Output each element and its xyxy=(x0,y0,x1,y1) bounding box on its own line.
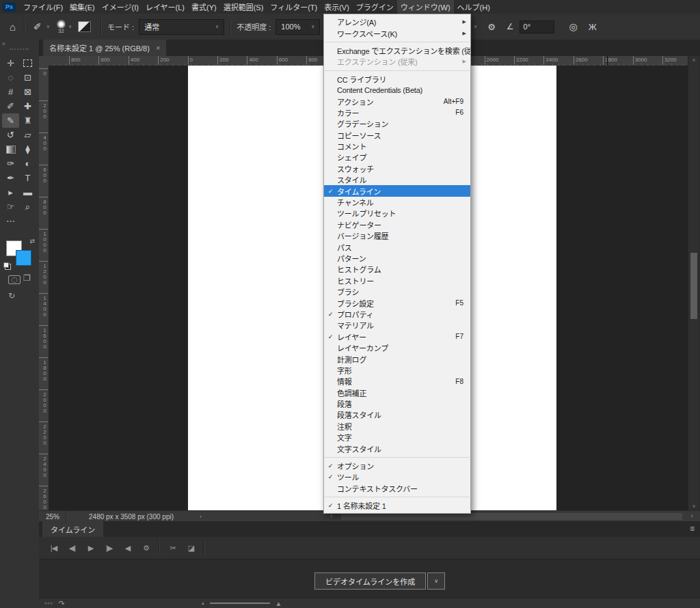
rotate-view-icon[interactable]: ↻ xyxy=(8,291,15,301)
window-menu-item[interactable]: パターン xyxy=(324,253,470,264)
home-icon[interactable]: ⌂ xyxy=(7,21,18,33)
menu-item[interactable]: 編集(E) xyxy=(66,0,98,14)
menu-item[interactable]: フィルター(T) xyxy=(267,0,321,14)
window-menu-item[interactable]: アクションAlt+F9 xyxy=(324,96,470,107)
render-video-icon[interactable]: ↷ xyxy=(59,599,66,608)
window-menu-item[interactable]: ✓オプション xyxy=(324,460,470,471)
menu-item[interactable]: レイヤー(L) xyxy=(142,0,188,14)
convert-to-frame-animation-icon[interactable]: ▫▫▫ xyxy=(44,600,53,607)
audio-toggle-button[interactable]: ◀ xyxy=(118,544,137,553)
pressure-size-icon[interactable]: ◎ xyxy=(567,21,580,32)
window-menu-item[interactable]: スウォッチ xyxy=(324,163,470,174)
path-selection-tool[interactable]: ▸ xyxy=(2,185,19,199)
smudge-tool[interactable]: ✑ xyxy=(2,156,19,171)
window-menu-item[interactable]: ヒストリー xyxy=(324,275,470,286)
window-menu-item[interactable]: ✓ツール xyxy=(324,471,470,482)
brush-preset-picker[interactable]: 32 xyxy=(56,20,66,34)
window-menu-item[interactable]: 計測ログ xyxy=(324,353,470,364)
lasso-tool[interactable]: ◌ xyxy=(2,70,19,85)
menu-item[interactable]: 表示(V) xyxy=(321,0,353,14)
scroll-right-icon[interactable]: › xyxy=(691,512,693,519)
hand-tool[interactable]: ☞ xyxy=(2,199,19,214)
window-menu-item[interactable]: ブラシ設定F5 xyxy=(324,297,470,308)
panel-menu-icon[interactable]: ≡ xyxy=(690,524,695,534)
window-menu-item[interactable]: コンテキストタスクバー xyxy=(324,483,470,494)
dock-grip[interactable] xyxy=(10,49,29,50)
screen-mode-icon[interactable]: ❐ xyxy=(23,273,31,283)
vertical-ruler[interactable]: 0200400600800100012001400160018002000220… xyxy=(39,66,49,510)
object-selection-tool[interactable]: ⊡ xyxy=(19,70,36,85)
window-menu-item[interactable]: シェイプ xyxy=(324,152,470,163)
opacity-select[interactable]: 100% ∨ xyxy=(275,19,320,35)
marquee-tool[interactable] xyxy=(19,56,36,70)
window-menu-item[interactable]: ✓レイヤーF7 xyxy=(324,331,470,342)
window-menu-item[interactable]: グラデーション xyxy=(324,118,470,129)
background-color-swatch[interactable] xyxy=(16,250,31,266)
window-menu-item[interactable]: アレンジ(A)▶ xyxy=(324,16,470,27)
clone-stamp-tool[interactable]: ♜ xyxy=(19,113,36,128)
history-brush-tool[interactable]: ↺ xyxy=(2,128,19,142)
zoom-tool[interactable]: ⌕ xyxy=(19,199,36,214)
window-menu-item[interactable]: ナビゲーター xyxy=(324,219,470,230)
next-frame-button[interactable]: |▶ xyxy=(100,544,118,553)
status-popup-arrow-icon[interactable]: › xyxy=(200,513,202,520)
timeline-type-dropdown[interactable]: ∨ xyxy=(427,572,445,590)
blend-mode-select[interactable]: 通常 ∨ xyxy=(139,19,224,35)
window-menu-item[interactable]: ✓プロパティ xyxy=(324,309,470,320)
previous-frame-button[interactable]: ◀| xyxy=(63,544,81,553)
edit-toolbar[interactable]: ⋯ xyxy=(2,214,19,228)
frame-tool[interactable]: ⊠ xyxy=(19,85,36,99)
create-video-timeline-button[interactable]: ビデオタイムラインを作成 xyxy=(314,572,426,590)
crop-tool[interactable]: # xyxy=(2,85,19,99)
horizontal-scrollbar-thumb[interactable] xyxy=(341,513,682,520)
window-menu-item[interactable]: ✓1 名称未設定 1 xyxy=(324,500,470,511)
default-colors-icon[interactable] xyxy=(5,264,11,270)
gradient-tool[interactable] xyxy=(2,142,19,156)
brush-tool-preset-icon[interactable]: ✐ xyxy=(31,21,44,32)
menu-item[interactable]: イメージ(I) xyxy=(98,0,142,14)
window-menu-item[interactable]: 文字 xyxy=(324,432,470,443)
window-menu-item[interactable]: コピーソース xyxy=(324,130,470,141)
chevron-down-icon[interactable]: ∨ xyxy=(44,24,52,29)
zoom-slider-track[interactable] xyxy=(210,603,270,604)
document-tab[interactable]: 名称未設定 1 @ 25% (RGB/8) × xyxy=(43,40,166,56)
pen-tool[interactable]: ✒ xyxy=(2,171,19,185)
move-tool[interactable]: ✛ xyxy=(2,56,19,70)
zoom-in-icon[interactable]: ▲ xyxy=(275,600,282,607)
play-button[interactable]: ▶ xyxy=(81,544,100,553)
menu-item[interactable]: 選択範囲(S) xyxy=(220,0,267,14)
brush-tool[interactable]: ✎ xyxy=(2,113,19,128)
menu-item[interactable]: 書式(Y) xyxy=(188,0,220,14)
menu-item[interactable]: ファイル(F) xyxy=(20,0,66,14)
scroll-up-icon[interactable]: ∧ xyxy=(688,57,699,63)
transition-button[interactable]: ◪ xyxy=(182,544,200,553)
window-menu-item[interactable]: マテリアル xyxy=(324,320,470,331)
window-menu-item[interactable]: ワークスペース(K)▶ xyxy=(324,27,470,38)
blur-tool[interactable]: ⧫ xyxy=(19,142,36,156)
swap-colors-icon[interactable]: ⇄ xyxy=(29,238,35,245)
window-menu-item[interactable]: バージョン履歴 xyxy=(324,230,470,241)
window-menu-item[interactable]: スタイル xyxy=(324,174,470,185)
window-menu-item[interactable]: CC ライブラリ xyxy=(324,74,470,85)
window-menu-item[interactable]: コメント xyxy=(324,141,470,152)
vertical-scrollbar[interactable]: ∧ ∨ xyxy=(688,56,699,510)
window-menu-item[interactable]: 段落スタイル xyxy=(324,409,470,420)
window-menu-item[interactable]: 色調補正 xyxy=(324,387,470,398)
go-to-first-frame-button[interactable]: |◀ xyxy=(44,544,63,553)
split-at-playhead-button[interactable]: ✂ xyxy=(163,544,182,553)
photoshop-logo[interactable]: Ps xyxy=(3,2,16,12)
vertical-scrollbar-thumb[interactable] xyxy=(690,253,697,319)
window-menu-item[interactable]: ブラシ xyxy=(324,286,470,297)
timeline-settings-button[interactable]: ⚙ xyxy=(137,544,155,553)
quick-mask-button[interactable] xyxy=(8,275,21,284)
window-menu-item[interactable]: 文字スタイル xyxy=(324,443,470,454)
window-menu-item[interactable]: パス xyxy=(324,241,470,252)
timeline-tab[interactable]: タイムライン xyxy=(42,521,103,537)
window-menu-item[interactable]: 情報F8 xyxy=(324,376,470,387)
window-menu-item[interactable]: 注釈 xyxy=(324,421,470,432)
window-menu-item[interactable]: ツールプリセット xyxy=(324,208,470,219)
chevron-down-icon[interactable]: ∨ xyxy=(66,24,74,29)
eraser-tool[interactable]: ▱ xyxy=(19,128,36,142)
window-menu-item[interactable]: チャンネル xyxy=(324,197,470,208)
smoothing-gear-icon[interactable]: ⚙ xyxy=(485,22,498,32)
